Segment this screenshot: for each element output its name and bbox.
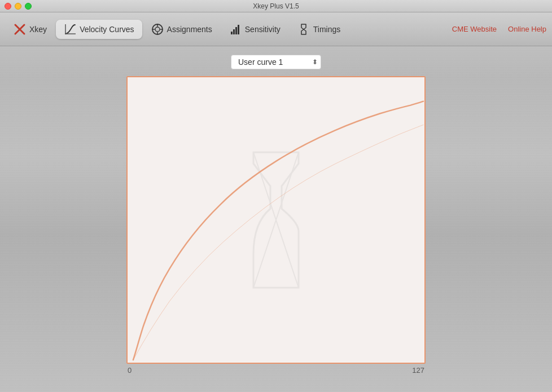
tab-timings[interactable]: Timings	[290, 20, 349, 39]
graph-area: Swipe your finger to draw the velocity c…	[126, 76, 426, 375]
tab-group: Xkey Velocity Curves	[6, 20, 452, 39]
cme-website-link[interactable]: CME Website	[452, 25, 497, 33]
curve-select[interactable]: User curve 1 User curve 2 User curve 3 U…	[231, 55, 321, 69]
axis-labels: 0 127	[126, 364, 426, 375]
svg-rect-11	[233, 29, 235, 34]
svg-rect-13	[238, 25, 239, 34]
svg-point-5	[155, 27, 160, 32]
tab-sensitivity[interactable]: Sensitivity	[221, 20, 288, 39]
window-title: Xkey Plus V1.5	[253, 2, 299, 10]
title-bar: Xkey Plus V1.5	[0, 0, 552, 12]
sensitivity-icon	[229, 23, 242, 36]
maximize-button[interactable]	[25, 3, 32, 10]
close-button[interactable]	[5, 3, 11, 10]
timings-icon	[297, 23, 310, 36]
toolbar: Xkey Velocity Curves	[0, 12, 552, 46]
tab-assignments[interactable]: Assignments	[143, 20, 220, 39]
minimize-button[interactable]	[15, 3, 21, 10]
tab-xkey-label: Xkey	[29, 25, 47, 34]
tab-timings-label: Timings	[313, 25, 341, 34]
curve-select-wrapper[interactable]: User curve 1 User curve 2 User curve 3 U…	[231, 55, 321, 69]
curve-icon	[64, 23, 76, 36]
x-axis-min: 0	[128, 366, 132, 375]
tab-sensitivity-label: Sensitivity	[245, 25, 281, 34]
tab-assignments-label: Assignments	[167, 25, 212, 34]
svg-rect-10	[231, 32, 233, 34]
tab-xkey[interactable]: Xkey	[6, 20, 55, 39]
assignments-icon	[151, 23, 164, 36]
online-help-link[interactable]: Online Help	[508, 25, 546, 33]
xkey-icon	[14, 23, 26, 36]
velocity-curve[interactable]	[128, 77, 424, 363]
tab-velocity-curves[interactable]: Velocity Curves	[56, 20, 142, 39]
tab-velocity-curves-label: Velocity Curves	[80, 25, 134, 34]
main-content: User curve 1 User curve 2 User curve 3 U…	[0, 46, 552, 392]
window-controls[interactable]	[5, 3, 32, 10]
graph-container[interactable]: Swipe your finger to draw the velocity c…	[126, 76, 426, 364]
curve-selector: User curve 1 User curve 2 User curve 3 U…	[231, 55, 321, 69]
toolbar-links: CME Website Online Help	[452, 25, 546, 33]
x-axis-max: 127	[412, 366, 424, 375]
svg-rect-12	[235, 27, 237, 34]
